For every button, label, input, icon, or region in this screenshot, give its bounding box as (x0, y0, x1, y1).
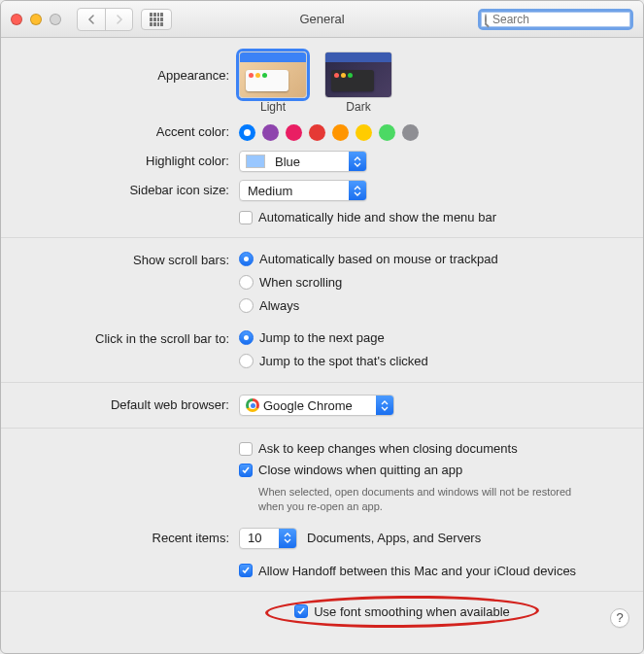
accent-grey[interactable] (402, 124, 419, 141)
scrollbars-row: Show scroll bars: Automatically based on… (1, 246, 643, 319)
search-field-wrap[interactable] (478, 9, 633, 30)
accent-label: Accent color: (20, 121, 239, 143)
highlight-select[interactable]: Blue (239, 151, 367, 172)
scrollbars-option-1: When scrolling (259, 273, 342, 292)
close-windows-help: When selected, open documents and window… (239, 483, 598, 520)
recent-count-select[interactable]: 10 (239, 528, 297, 549)
close-windows-label: Close windows when quitting an app (258, 462, 462, 478)
preferences-window: General Appearance: Light Dark (0, 0, 644, 654)
ask-keep-label: Ask to keep changes when closing documen… (258, 440, 518, 457)
appearance-row: Appearance: Light Dark (1, 38, 643, 118)
appearance-dark-label: Dark (346, 100, 370, 114)
close-window-button[interactable] (11, 14, 22, 25)
appearance-light-label: Light (260, 100, 286, 114)
clickscroll-option-1: Jump to the spot that's clicked (259, 352, 428, 370)
appearance-label: Appearance: (20, 52, 239, 86)
autohide-label: Automatically hide and show the menu bar (258, 209, 496, 225)
divider (1, 237, 643, 238)
stepper-arrows-icon (349, 152, 366, 171)
clickscroll-nextpage-radio[interactable]: Jump to the next page (239, 328, 624, 347)
divider (1, 428, 643, 429)
sidebar-size-select[interactable]: Medium (239, 180, 367, 201)
stepper-arrows-icon (376, 396, 393, 415)
appearance-option-dark[interactable]: Dark (324, 52, 392, 114)
accent-green[interactable] (379, 124, 395, 141)
sidebar-label: Sidebar icon size: (20, 180, 239, 201)
recent-row: Recent items: 10 Documents, Apps, and Se… (1, 524, 643, 553)
divider (1, 591, 643, 592)
show-all-button[interactable] (141, 9, 172, 30)
scrollbars-option-2: Always (259, 296, 299, 315)
accent-orange[interactable] (332, 124, 349, 141)
minimize-window-button[interactable] (30, 14, 42, 25)
recent-label: Recent items: (20, 528, 239, 549)
clickscroll-option-0: Jump to the next page (259, 328, 385, 347)
clickscroll-label: Click in the scroll bar to: (20, 328, 239, 350)
window-controls (11, 14, 61, 25)
ask-keep-checkbox[interactable]: Ask to keep changes when closing documen… (239, 440, 624, 457)
accent-color-group (239, 124, 624, 141)
browser-value: Google Chrome (259, 398, 376, 413)
scrollbars-option-0: Automatically based on mouse or trackpad (259, 250, 498, 268)
search-input[interactable] (491, 13, 640, 26)
stepper-arrows-icon (349, 181, 366, 200)
divider (1, 382, 643, 383)
help-glyph: ? (616, 610, 623, 625)
clickscroll-row: Click in the scroll bar to: Jump to the … (1, 319, 643, 374)
sidebar-size-value: Medium (240, 184, 349, 198)
accent-red[interactable] (309, 124, 325, 141)
highlight-swatch-icon (246, 155, 265, 168)
close-windows-checkbox[interactable]: Close windows when quitting an app (239, 462, 624, 478)
scrollbars-label: Show scroll bars: (20, 250, 239, 271)
highlight-row: Highlight color: Blue (1, 147, 643, 176)
accent-row: Accent color: (1, 118, 643, 147)
stepper-arrows-icon (279, 529, 296, 548)
forward-button (105, 9, 132, 30)
handoff-label: Allow Handoff between this Mac and your … (258, 563, 576, 579)
browser-select[interactable]: Google Chrome (239, 395, 394, 416)
documents-row: Ask to keep changes when closing documen… (1, 436, 643, 524)
scrollbars-scrolling-radio[interactable]: When scrolling (239, 273, 624, 292)
recent-suffix: Documents, Apps, and Servers (307, 531, 481, 545)
highlight-label: Highlight color: (20, 151, 239, 172)
appearance-option-light[interactable]: Light (239, 52, 307, 114)
autohide-row: Automatically hide and show the menu bar (1, 205, 643, 229)
help-button[interactable]: ? (610, 608, 629, 628)
font-smoothing-checkbox[interactable]: Use font smoothing when available (294, 603, 510, 620)
accent-blue[interactable] (239, 124, 255, 141)
recent-count-value: 10 (240, 531, 279, 545)
accent-pink[interactable] (286, 124, 302, 141)
back-button[interactable] (78, 9, 105, 30)
accent-yellow[interactable] (356, 124, 372, 141)
handoff-checkbox[interactable]: Allow Handoff between this Mac and your … (239, 563, 624, 579)
search-icon (485, 14, 487, 25)
scrollbars-always-radio[interactable]: Always (239, 296, 624, 315)
handoff-row: Allow Handoff between this Mac and your … (1, 553, 643, 583)
scrollbars-auto-radio[interactable]: Automatically based on mouse or trackpad (239, 250, 624, 268)
chrome-icon (246, 398, 259, 412)
autohide-menubar-checkbox[interactable]: Automatically hide and show the menu bar (239, 209, 624, 225)
clickscroll-spot-radio[interactable]: Jump to the spot that's clicked (239, 352, 624, 370)
nav-back-forward (77, 8, 133, 31)
font-smoothing-row: Use font smoothing when available ? (1, 600, 643, 639)
font-smoothing-label: Use font smoothing when available (314, 603, 510, 620)
zoom-window-button (50, 14, 61, 25)
accent-purple[interactable] (262, 124, 279, 141)
sidebar-row: Sidebar icon size: Medium (1, 176, 643, 205)
highlight-value: Blue (271, 155, 349, 169)
pane-body: Appearance: Light Dark Accent color: (1, 38, 643, 653)
browser-row: Default web browser: Google Chrome (1, 391, 643, 420)
browser-label: Default web browser: (20, 395, 239, 416)
titlebar: General (1, 1, 643, 38)
